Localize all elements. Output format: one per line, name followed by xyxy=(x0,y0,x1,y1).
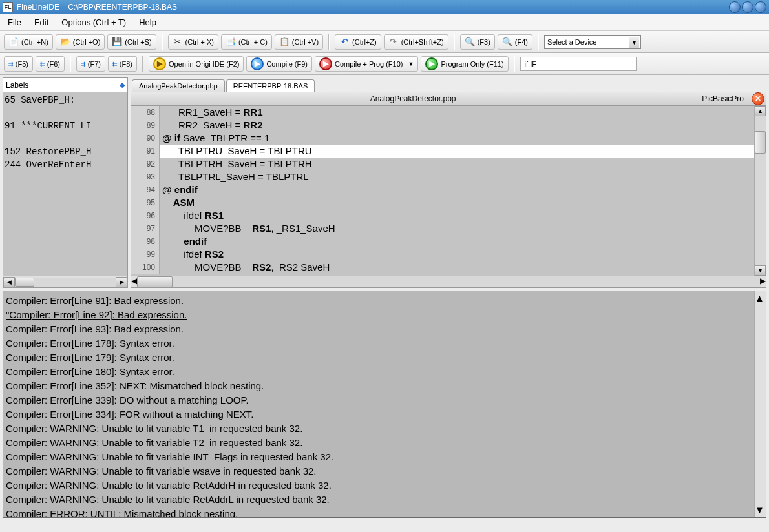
scroll-left-button[interactable]: ◀ xyxy=(131,276,137,287)
menubar: File Edit Options (Ctrl + T) Help xyxy=(0,14,769,31)
indent-right2-button[interactable]: ⇇(F8) xyxy=(108,56,137,72)
scroll-thumb[interactable] xyxy=(15,278,34,287)
if-textbox[interactable]: if:IF xyxy=(520,57,637,71)
output-line: Compiler: Error[Line 93]: Bad expression… xyxy=(6,322,763,336)
line-text: endif xyxy=(160,235,754,248)
code-line[interactable]: 98 endif xyxy=(131,235,754,248)
program-only-button[interactable]: ▶Program Only (F11) xyxy=(421,56,508,72)
editor-vscroll[interactable]: ▲ ▼ xyxy=(754,106,766,276)
output-line: Compiler: WARNING: Unable to fit variabl… xyxy=(6,422,763,436)
tab-reenter[interactable]: REENTERPBP-18.BAS xyxy=(226,79,315,92)
labels-dropdown[interactable]: Labels ◆ xyxy=(3,78,127,92)
menu-edit[interactable]: Edit xyxy=(30,15,52,29)
save-button[interactable]: 💾(Ctrl +S) xyxy=(107,34,156,50)
tab-analog[interactable]: AnalogPeakDetector.pbp xyxy=(132,79,225,92)
scroll-thumb[interactable] xyxy=(137,276,173,287)
scroll-thumb[interactable] xyxy=(755,131,766,154)
scroll-track[interactable] xyxy=(137,276,760,287)
redo-button[interactable]: ↷(Ctrl+Shift+Z) xyxy=(384,34,448,50)
open-button[interactable]: 📂(Ctrl +O) xyxy=(56,34,105,50)
redo-icon: ↷ xyxy=(388,37,399,47)
compile-button[interactable]: ▶Compile (F9) xyxy=(246,56,312,72)
code-line[interactable]: 95 ASM xyxy=(131,196,754,209)
new-icon: 📄 xyxy=(8,37,19,47)
output-line: Compiler: Error[Line 91]: Bad expression… xyxy=(6,294,763,308)
maximize-button[interactable] xyxy=(742,1,753,13)
cut-button[interactable]: ✂(Ctrl + X) xyxy=(168,34,218,50)
scroll-up-button[interactable]: ▲ xyxy=(755,106,766,116)
code-line[interactable]: 90@ if Save_TBLPTR == 1 xyxy=(131,132,754,145)
scroll-left-button[interactable]: ◀ xyxy=(3,277,15,287)
save-icon: 💾 xyxy=(112,37,122,47)
code-line[interactable]: 93 TBLPTRL_SaveH = TBLPTRL xyxy=(131,170,754,183)
minimize-button[interactable] xyxy=(729,1,741,13)
paste-button[interactable]: 📋(Ctrl +V) xyxy=(275,34,323,50)
f5-label: (F5) xyxy=(16,60,28,68)
close-file-button[interactable]: ✕ xyxy=(752,92,764,105)
f7-label: (F7) xyxy=(88,60,101,68)
line-number: 95 xyxy=(131,196,160,209)
output-line: Compiler: Error[Line 179]: Syntax error. xyxy=(6,351,763,365)
indent-left-icon: ⇇ xyxy=(40,59,45,68)
line-text: TBLPTRH_SaveH = TBLPTRH xyxy=(160,158,754,170)
code-line[interactable]: 89 RR2_SaveH = RR2 xyxy=(131,119,754,132)
code-line[interactable]: 96 ifdef RS1 xyxy=(131,209,754,222)
new-button[interactable]: 📄(Ctrl +N) xyxy=(4,34,53,50)
scroll-right-button[interactable]: ▶ xyxy=(116,277,127,287)
zoom-out-label: (F4) xyxy=(515,38,528,46)
open-origi-button[interactable]: ▶Open in Origi IDE (F2) xyxy=(149,56,244,72)
code-line[interactable]: 99 ifdef RS2 xyxy=(131,248,754,261)
zoom-out-button[interactable]: 🔍(F4) xyxy=(498,34,532,50)
zoom-in-label: (F3) xyxy=(478,38,490,46)
compile-prog-button[interactable]: ▶Compile + Prog (F10)▼ xyxy=(315,56,418,72)
indent-right-button[interactable]: ⇉(F7) xyxy=(76,56,105,72)
window-controls xyxy=(729,1,766,13)
labels-panel: Labels ◆ 65 SavePBP_H: 91 ***CURRENT LI … xyxy=(3,77,128,288)
labels-hscroll[interactable]: ◀ ▶ xyxy=(3,276,127,287)
file-header: AnalogPeakDetector.pbp PicBasicPro ✕ xyxy=(131,92,766,106)
menu-options[interactable]: Options (Ctrl + T) xyxy=(58,15,130,29)
scroll-track[interactable] xyxy=(755,116,766,265)
scroll-down-button[interactable]: ▼ xyxy=(755,503,766,517)
code-line[interactable]: 88 RR1_SaveH = RR1 xyxy=(131,106,754,119)
close-button[interactable] xyxy=(755,1,766,13)
labels-list[interactable]: 65 SavePBP_H: 91 ***CURRENT LI 152 Resto… xyxy=(3,92,127,276)
scroll-down-button[interactable]: ▼ xyxy=(755,265,766,276)
output-panel[interactable]: ▲ ▼ Compiler: Error[Line 91]: Bad expres… xyxy=(3,291,766,518)
line-number: 93 xyxy=(131,170,160,183)
menu-help[interactable]: Help xyxy=(135,15,160,29)
code-line[interactable]: 92 TBLPTRH_SaveH = TBLPTRH xyxy=(131,158,754,170)
scroll-track[interactable] xyxy=(15,278,116,287)
line-number: 97 xyxy=(131,222,160,235)
toolbar-separator xyxy=(514,56,515,72)
output-line: Compiler: WARNING: Unable to fit variabl… xyxy=(6,450,763,464)
compile-prog-icon: ▶ xyxy=(319,57,332,70)
menu-file[interactable]: File xyxy=(4,15,25,29)
indent-left-button[interactable]: ⇉(F5) xyxy=(4,56,33,72)
output-vscroll[interactable]: ▲ ▼ xyxy=(754,291,766,517)
editor-hscroll[interactable]: ◀ ▶ xyxy=(131,276,766,288)
zoom-in-button[interactable]: 🔍(F3) xyxy=(460,34,495,50)
line-text: ASM xyxy=(160,196,754,209)
indent-left2-button[interactable]: ⇇(F6) xyxy=(36,56,65,72)
indent-left-icon: ⇉ xyxy=(8,59,13,68)
f6-label: (F6) xyxy=(47,60,60,68)
code-line[interactable]: 97 MOVE?BB RS1, _RS1_SaveH xyxy=(131,222,754,235)
line-number: 92 xyxy=(131,158,160,170)
code-editor[interactable]: 88 RR1_SaveH = RR189 RR2_SaveH = RR290@ … xyxy=(131,106,754,276)
cut-label: (Ctrl + X) xyxy=(185,38,214,46)
copy-button[interactable]: 📑(Ctrl + C) xyxy=(221,34,272,50)
code-line[interactable]: 94@ endif xyxy=(131,183,754,196)
open-origi-label: Open in Origi IDE (F2) xyxy=(169,60,239,68)
code-line[interactable]: 100 MOVE?BB RS2, RS2 SaveH xyxy=(131,261,754,274)
device-select[interactable]: Select a Device ▼ xyxy=(544,35,641,49)
output-line: Compiler: Error[Line 178]: Syntax error. xyxy=(6,336,763,351)
undo-button[interactable]: ↶(Ctrl+Z) xyxy=(335,34,381,50)
scroll-track[interactable] xyxy=(755,305,766,503)
scroll-up-button[interactable]: ▲ xyxy=(755,291,766,305)
scroll-right-button[interactable]: ▶ xyxy=(760,276,766,287)
toolbar-2: ⇉(F5) ⇇(F6) ⇉(F7) ⇇(F8) ▶Open in Origi I… xyxy=(0,53,769,75)
main-area: Labels ◆ 65 SavePBP_H: 91 ***CURRENT LI … xyxy=(0,75,769,291)
compile-icon: ▶ xyxy=(251,57,264,70)
code-line[interactable]: 91 TBLPTRU_SaveH = TBLPTRU xyxy=(131,145,754,158)
